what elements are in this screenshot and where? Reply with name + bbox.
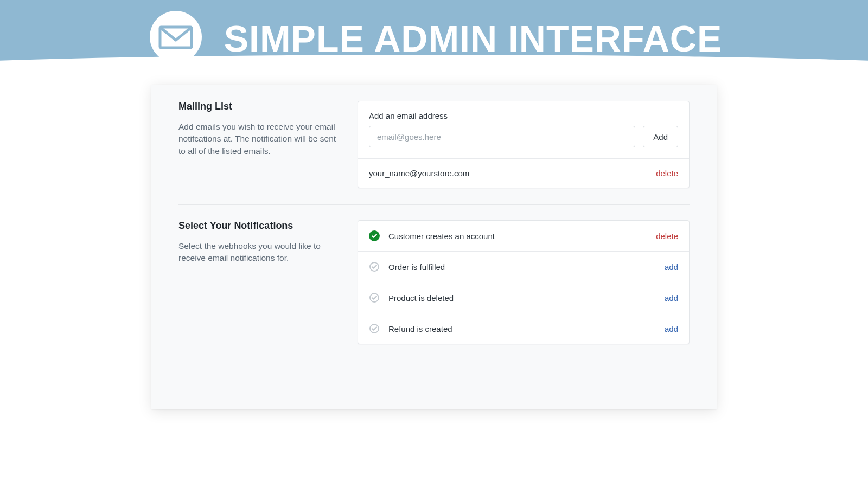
section-notifications: Select Your Notifications Select the web… xyxy=(151,220,717,344)
mailing-card: Add an email address Add your_name@yours… xyxy=(358,101,690,188)
notification-add-link[interactable]: add xyxy=(665,293,678,303)
notification-row: Product is deleted add xyxy=(358,282,689,313)
mailing-description: Add emails you wish to receive your emai… xyxy=(178,121,341,157)
notification-row: Customer creates an account delete xyxy=(358,221,689,251)
mailing-title: Mailing List xyxy=(178,101,341,112)
email-input[interactable] xyxy=(369,126,635,147)
notification-row: Order is fulfilled add xyxy=(358,251,689,282)
section-divider xyxy=(178,204,690,205)
check-circle-icon xyxy=(369,230,380,241)
section-mailing-list: Mailing List Add emails you wish to rece… xyxy=(151,101,717,188)
mail-speech-icon xyxy=(146,9,206,68)
add-email-label: Add an email address xyxy=(369,111,678,120)
notification-label: Product is deleted xyxy=(388,293,454,303)
notification-delete-link[interactable]: delete xyxy=(656,232,678,241)
check-circle-outline-icon xyxy=(369,261,380,272)
check-circle-outline-icon xyxy=(369,292,380,303)
check-circle-outline-icon xyxy=(369,323,380,334)
admin-panel: Mailing List Add emails you wish to rece… xyxy=(151,85,717,409)
banner-header: SIMPLE ADMIN INTERFACE xyxy=(0,0,868,87)
notifications-title: Select Your Notifications xyxy=(178,220,341,232)
banner-title: SIMPLE ADMIN INTERFACE xyxy=(224,17,723,60)
notification-label: Customer creates an account xyxy=(388,232,495,241)
notification-row: Refund is created add xyxy=(358,313,689,344)
notifications-description: Select the webhooks you would like to re… xyxy=(178,240,341,265)
notification-add-link[interactable]: add xyxy=(665,262,678,272)
add-email-button[interactable]: Add xyxy=(643,126,678,147)
email-address: your_name@yourstore.com xyxy=(369,169,469,178)
notification-label: Order is fulfilled xyxy=(388,262,445,272)
email-list-row: your_name@yourstore.com delete xyxy=(358,158,689,188)
notifications-card: Customer creates an account delete Order… xyxy=(358,220,690,344)
delete-email-link[interactable]: delete xyxy=(656,169,678,178)
notification-add-link[interactable]: add xyxy=(665,324,678,333)
notification-label: Refund is created xyxy=(388,324,452,333)
